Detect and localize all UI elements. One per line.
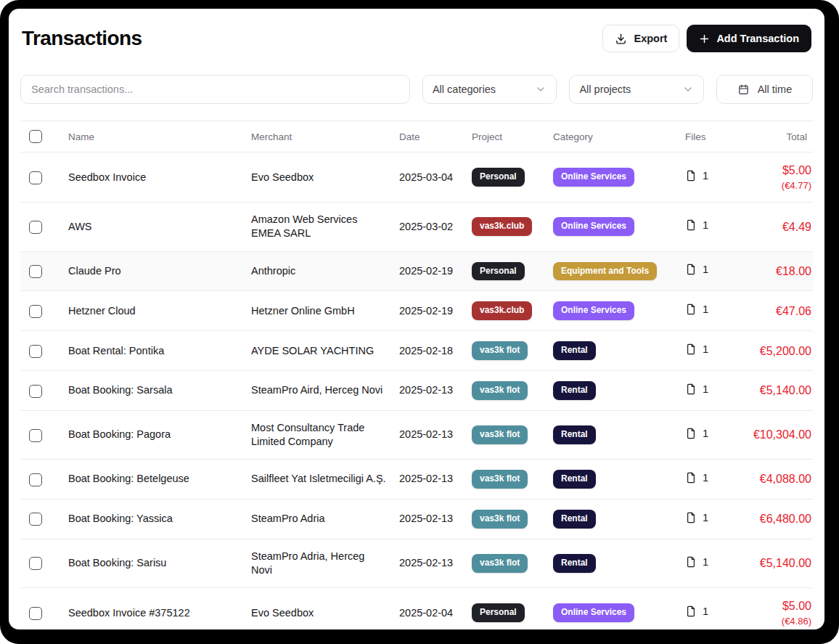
- transaction-row[interactable]: Boat Booking: Sarsala SteamPro Aird, Her…: [20, 371, 813, 411]
- files-count: 1: [703, 472, 708, 484]
- add-transaction-button[interactable]: Add Transaction: [687, 25, 811, 52]
- projects-select[interactable]: All projects: [569, 75, 703, 104]
- file-icon: [685, 512, 697, 527]
- search-input[interactable]: [20, 75, 410, 104]
- row-checkbox[interactable]: [29, 429, 42, 442]
- projects-select-value: All projects: [579, 83, 631, 95]
- transaction-name: Boat Booking: Betelgeuse: [62, 460, 245, 500]
- merchant-name: SteamPro Aird, Herceg Novi: [245, 371, 393, 411]
- row-checkbox[interactable]: [29, 305, 42, 318]
- total-cell: €18.00: [721, 251, 813, 291]
- files-count: 1: [703, 264, 708, 275]
- column-header-total: Total: [721, 121, 813, 152]
- total-secondary: (€4.86): [727, 615, 811, 627]
- total-cell: €4,088.00: [721, 460, 813, 500]
- project-badge: vas3k.club: [472, 301, 532, 320]
- row-checkbox[interactable]: [29, 171, 42, 184]
- file-icon: [685, 428, 697, 443]
- row-checkbox[interactable]: [29, 385, 42, 398]
- plus-icon: [699, 33, 710, 44]
- column-header-category: Category: [547, 121, 679, 152]
- transaction-row[interactable]: Boat Rental: Pontika AYDE SOLAR YACHTING…: [20, 331, 813, 371]
- transaction-row[interactable]: Boat Booking: Betelgeuse Sailfleet Yat I…: [20, 460, 813, 500]
- file-icon: [685, 383, 697, 399]
- transaction-row[interactable]: AWS Amazon Web Services EMEA SARL 2025-0…: [20, 203, 813, 251]
- column-header-merchant: Merchant: [245, 121, 393, 152]
- total-amount: €4.49: [782, 221, 811, 233]
- files-count: 1: [703, 219, 708, 231]
- export-button[interactable]: Export: [602, 25, 679, 52]
- project-badge: Personal: [472, 603, 525, 622]
- row-checkbox[interactable]: [29, 607, 42, 620]
- files-count: 1: [703, 343, 708, 355]
- merchant-name: Hetzner Online GmbH: [245, 291, 393, 331]
- window-frame: Transactions Export Add Transaction: [0, 0, 839, 644]
- toolbar-actions: Export Add Transaction: [602, 25, 811, 52]
- merchant-name: Most Consultancy Trade Limited Company: [245, 410, 393, 459]
- category-badge: Online Services: [553, 217, 634, 236]
- file-icon: [685, 264, 697, 279]
- files-count: 1: [703, 512, 708, 523]
- transaction-row[interactable]: Seedbox Invoice Evo Seedbox 2025-03-04 P…: [20, 152, 813, 203]
- row-checkbox[interactable]: [29, 557, 42, 570]
- total-amount: $5.00: [782, 600, 811, 612]
- category-badge: Rental: [553, 554, 596, 573]
- files-count: 1: [703, 556, 708, 568]
- transactions-page: Transactions Export Add Transaction: [9, 9, 824, 629]
- total-amount: €5,140.00: [760, 557, 811, 569]
- transaction-row[interactable]: Boat Booking: Sarisu SteamPro Adria, Her…: [20, 539, 813, 587]
- total-amount: €47.06: [776, 305, 811, 317]
- categories-select-value: All categories: [433, 83, 496, 95]
- transaction-date: 2025-02-04: [393, 587, 466, 629]
- transaction-row[interactable]: Claude Pro Anthropic 2025-02-19 Personal…: [20, 251, 813, 291]
- row-checkbox[interactable]: [29, 221, 42, 234]
- total-amount: €10,304.00: [753, 428, 811, 441]
- total-amount: €4,088.00: [760, 473, 811, 485]
- total-cell: $5.00 (€4.86): [721, 587, 813, 629]
- project-badge: vas3k flot: [472, 470, 528, 489]
- project-badge: vas3k flot: [472, 381, 528, 400]
- transaction-name: Seedbox Invoice #375122: [62, 587, 245, 629]
- transaction-date: 2025-02-19: [393, 251, 466, 291]
- total-cell: €6,480.00: [721, 499, 813, 539]
- category-badge: Rental: [553, 470, 596, 489]
- categories-select[interactable]: All categories: [422, 75, 557, 104]
- total-cell: €4.49: [721, 203, 813, 251]
- select-all-checkbox[interactable]: [29, 130, 42, 143]
- file-icon: [685, 219, 697, 235]
- merchant-name: Sailfleet Yat Isletmeciligi A.Ş.: [245, 460, 393, 500]
- merchant-name: Anthropic: [245, 251, 393, 291]
- total-amount: €6,480.00: [760, 513, 811, 525]
- total-cell: €10,304.00: [721, 410, 813, 459]
- total-cell: €5,140.00: [721, 539, 813, 587]
- table-header: Name Merchant Date Project Category File…: [20, 121, 813, 152]
- total-secondary: (€4.77): [727, 179, 811, 192]
- row-checkbox[interactable]: [29, 513, 42, 526]
- project-badge: vas3k flot: [472, 425, 528, 444]
- project-badge: Personal: [472, 168, 525, 187]
- total-cell: €5,140.00: [721, 371, 813, 411]
- files-count: 1: [703, 303, 708, 315]
- merchant-name: AYDE SOLAR YACHTING: [245, 331, 393, 371]
- transaction-name: Hetzner Cloud: [62, 291, 245, 331]
- topbar: Transactions Export Add Transaction: [22, 25, 811, 52]
- file-icon: [685, 170, 697, 185]
- transaction-row[interactable]: Boat Booking: Pagora Most Consultancy Tr…: [20, 410, 813, 459]
- transaction-row[interactable]: Boat Booking: Yassica SteamPro Adria 202…: [20, 499, 813, 539]
- row-checkbox[interactable]: [29, 265, 42, 278]
- merchant-name: SteamPro Adria: [245, 499, 393, 539]
- export-label: Export: [634, 33, 667, 44]
- transaction-date: 2025-03-02: [393, 203, 466, 251]
- transaction-name: AWS: [62, 203, 245, 251]
- total-cell: €5,200.00: [721, 331, 813, 371]
- row-checkbox[interactable]: [29, 345, 42, 358]
- time-range-button[interactable]: All time: [716, 75, 813, 104]
- project-badge: vas3k flot: [472, 510, 528, 529]
- transaction-row[interactable]: Seedbox Invoice #375122 Evo Seedbox 2025…: [20, 587, 813, 629]
- transaction-date: 2025-03-04: [393, 152, 466, 203]
- project-badge: Personal: [472, 262, 525, 281]
- transactions-tbody: Seedbox Invoice Evo Seedbox 2025-03-04 P…: [20, 152, 813, 630]
- filters-bar: All categories All projects All time: [20, 75, 813, 104]
- transaction-row[interactable]: Hetzner Cloud Hetzner Online GmbH 2025-0…: [20, 291, 813, 331]
- row-checkbox[interactable]: [29, 473, 42, 486]
